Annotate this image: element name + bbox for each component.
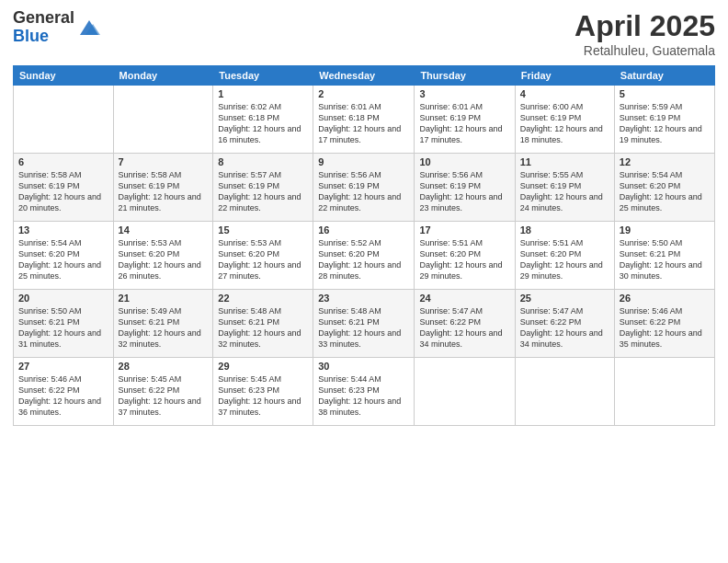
day-number: 23	[318, 293, 409, 304]
calendar-header-row: Sunday Monday Tuesday Wednesday Thursday…	[14, 66, 715, 86]
day-detail: Sunrise: 5:57 AMSunset: 6:19 PMDaylight:…	[218, 169, 308, 214]
logo-general: General	[13, 9, 74, 28]
day-detail: Sunrise: 6:01 AMSunset: 6:19 PMDaylight:…	[419, 101, 509, 146]
day-detail: Sunrise: 5:54 AMSunset: 6:20 PMDaylight:…	[18, 237, 108, 282]
day-number: 2	[318, 88, 409, 99]
table-row: 26Sunrise: 5:46 AMSunset: 6:22 PMDayligh…	[614, 290, 714, 358]
day-detail: Sunrise: 5:47 AMSunset: 6:22 PMDaylight:…	[419, 305, 509, 350]
col-friday: Friday	[515, 66, 614, 86]
calendar-week-row: 1Sunrise: 6:02 AMSunset: 6:18 PMDaylight…	[14, 86, 715, 154]
table-row: 30Sunrise: 5:44 AMSunset: 6:23 PMDayligh…	[313, 358, 415, 426]
day-number: 22	[218, 293, 308, 304]
day-number: 13	[18, 224, 108, 236]
table-row: 20Sunrise: 5:50 AMSunset: 6:21 PMDayligh…	[14, 290, 114, 358]
table-row: 23Sunrise: 5:48 AMSunset: 6:21 PMDayligh…	[313, 290, 415, 358]
logo: General Blue	[13, 9, 102, 46]
table-row: 10Sunrise: 5:56 AMSunset: 6:19 PMDayligh…	[415, 154, 515, 222]
table-row: 11Sunrise: 5:55 AMSunset: 6:19 PMDayligh…	[515, 154, 614, 222]
day-number: 7	[119, 156, 209, 167]
day-number: 19	[620, 224, 710, 236]
day-number: 1	[218, 88, 308, 99]
col-saturday: Saturday	[614, 66, 714, 86]
day-detail: Sunrise: 5:59 AMSunset: 6:19 PMDaylight:…	[620, 101, 710, 146]
table-row	[113, 86, 213, 154]
table-row: 3Sunrise: 6:01 AMSunset: 6:19 PMDaylight…	[415, 86, 515, 154]
page-header: General Blue April 2025 Retalhuleu, Guat…	[13, 9, 715, 58]
calendar-week-row: 13Sunrise: 5:54 AMSunset: 6:20 PMDayligh…	[14, 222, 715, 290]
table-row: 27Sunrise: 5:46 AMSunset: 6:22 PMDayligh…	[14, 358, 114, 426]
day-detail: Sunrise: 5:50 AMSunset: 6:21 PMDaylight:…	[620, 237, 710, 282]
day-number: 4	[520, 88, 609, 99]
title-location: Retalhuleu, Guatemala	[574, 43, 715, 58]
day-number: 15	[218, 224, 308, 236]
table-row: 16Sunrise: 5:52 AMSunset: 6:20 PMDayligh…	[313, 222, 415, 290]
day-number: 28	[119, 361, 209, 372]
table-row: 24Sunrise: 5:47 AMSunset: 6:22 PMDayligh…	[415, 290, 515, 358]
table-row	[14, 86, 114, 154]
day-detail: Sunrise: 5:47 AMSunset: 6:22 PMDaylight:…	[520, 305, 609, 350]
col-thursday: Thursday	[415, 66, 515, 86]
title-block: April 2025 Retalhuleu, Guatemala	[574, 9, 715, 58]
day-number: 24	[419, 293, 509, 304]
day-detail: Sunrise: 5:48 AMSunset: 6:21 PMDaylight:…	[218, 305, 308, 350]
day-number: 12	[620, 156, 710, 167]
table-row: 9Sunrise: 5:56 AMSunset: 6:19 PMDaylight…	[313, 154, 415, 222]
day-detail: Sunrise: 5:58 AMSunset: 6:19 PMDaylight:…	[119, 169, 209, 214]
day-detail: Sunrise: 5:52 AMSunset: 6:20 PMDaylight:…	[318, 237, 409, 282]
table-row: 19Sunrise: 5:50 AMSunset: 6:21 PMDayligh…	[614, 222, 714, 290]
day-number: 16	[318, 224, 409, 236]
table-row: 14Sunrise: 5:53 AMSunset: 6:20 PMDayligh…	[113, 222, 213, 290]
logo-blue: Blue	[13, 28, 74, 46]
table-row: 15Sunrise: 5:53 AMSunset: 6:20 PMDayligh…	[213, 222, 313, 290]
table-row: 21Sunrise: 5:49 AMSunset: 6:21 PMDayligh…	[113, 290, 213, 358]
day-number: 14	[119, 224, 209, 236]
table-row: 1Sunrise: 6:02 AMSunset: 6:18 PMDaylight…	[213, 86, 313, 154]
day-detail: Sunrise: 6:02 AMSunset: 6:18 PMDaylight:…	[218, 101, 308, 146]
day-number: 9	[318, 156, 409, 167]
day-detail: Sunrise: 5:54 AMSunset: 6:20 PMDaylight:…	[620, 169, 710, 214]
table-row: 2Sunrise: 6:01 AMSunset: 6:18 PMDaylight…	[313, 86, 415, 154]
table-row: 22Sunrise: 5:48 AMSunset: 6:21 PMDayligh…	[213, 290, 313, 358]
table-row	[614, 358, 714, 426]
day-detail: Sunrise: 5:58 AMSunset: 6:19 PMDaylight:…	[18, 169, 108, 214]
day-detail: Sunrise: 5:45 AMSunset: 6:23 PMDaylight:…	[218, 373, 308, 419]
col-monday: Monday	[113, 66, 213, 86]
day-detail: Sunrise: 5:45 AMSunset: 6:22 PMDaylight:…	[119, 373, 209, 419]
day-number: 8	[218, 156, 308, 167]
day-number: 26	[620, 293, 710, 304]
table-row: 7Sunrise: 5:58 AMSunset: 6:19 PMDaylight…	[113, 154, 213, 222]
day-detail: Sunrise: 5:51 AMSunset: 6:20 PMDaylight:…	[419, 237, 509, 282]
day-detail: Sunrise: 5:48 AMSunset: 6:21 PMDaylight:…	[318, 305, 409, 350]
calendar-week-row: 27Sunrise: 5:46 AMSunset: 6:22 PMDayligh…	[14, 358, 715, 426]
day-detail: Sunrise: 5:56 AMSunset: 6:19 PMDaylight:…	[419, 169, 509, 214]
day-number: 21	[119, 293, 209, 304]
day-number: 27	[18, 361, 108, 372]
table-row: 5Sunrise: 5:59 AMSunset: 6:19 PMDaylight…	[614, 86, 714, 154]
day-detail: Sunrise: 5:46 AMSunset: 6:22 PMDaylight:…	[620, 305, 710, 350]
day-number: 11	[520, 156, 609, 167]
day-number: 17	[419, 224, 509, 236]
calendar-week-row: 20Sunrise: 5:50 AMSunset: 6:21 PMDayligh…	[14, 290, 715, 358]
day-number: 6	[18, 156, 108, 167]
col-tuesday: Tuesday	[213, 66, 313, 86]
table-row: 13Sunrise: 5:54 AMSunset: 6:20 PMDayligh…	[14, 222, 114, 290]
title-month: April 2025	[574, 9, 715, 43]
day-number: 30	[318, 361, 409, 372]
day-detail: Sunrise: 5:53 AMSunset: 6:20 PMDaylight:…	[119, 237, 209, 282]
day-detail: Sunrise: 5:49 AMSunset: 6:21 PMDaylight:…	[119, 305, 209, 350]
table-row: 12Sunrise: 5:54 AMSunset: 6:20 PMDayligh…	[614, 154, 714, 222]
day-detail: Sunrise: 5:56 AMSunset: 6:19 PMDaylight:…	[318, 169, 409, 214]
day-number: 10	[419, 156, 509, 167]
table-row: 4Sunrise: 6:00 AMSunset: 6:19 PMDaylight…	[515, 86, 614, 154]
day-number: 5	[620, 88, 710, 99]
day-number: 3	[419, 88, 509, 99]
day-detail: Sunrise: 5:50 AMSunset: 6:21 PMDaylight:…	[18, 305, 108, 350]
col-sunday: Sunday	[14, 66, 114, 86]
table-row: 17Sunrise: 5:51 AMSunset: 6:20 PMDayligh…	[415, 222, 515, 290]
table-row: 18Sunrise: 5:51 AMSunset: 6:20 PMDayligh…	[515, 222, 614, 290]
table-row: 6Sunrise: 5:58 AMSunset: 6:19 PMDaylight…	[14, 154, 114, 222]
table-row: 8Sunrise: 5:57 AMSunset: 6:19 PMDaylight…	[213, 154, 313, 222]
day-detail: Sunrise: 6:00 AMSunset: 6:19 PMDaylight:…	[520, 101, 609, 146]
day-detail: Sunrise: 5:53 AMSunset: 6:20 PMDaylight:…	[218, 237, 308, 282]
calendar-table: Sunday Monday Tuesday Wednesday Thursday…	[13, 65, 715, 426]
